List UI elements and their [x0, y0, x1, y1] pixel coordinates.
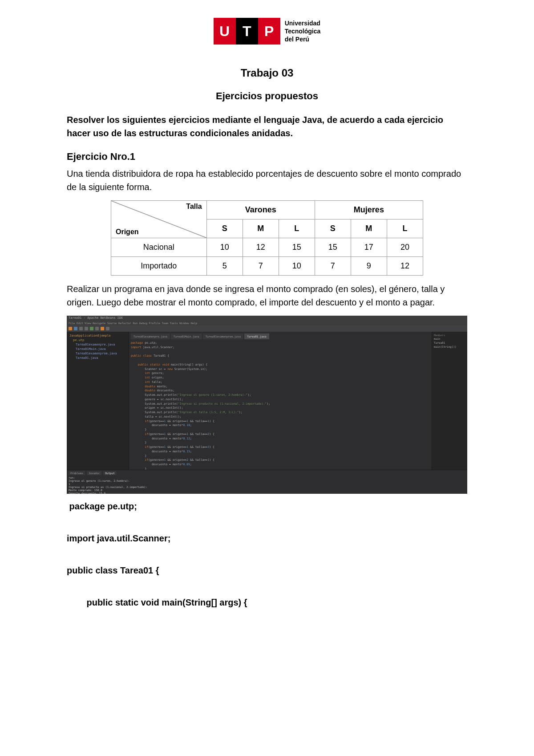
header-mujeres: Mujeres: [315, 201, 423, 219]
toolbar-icon[interactable]: [69, 327, 72, 330]
tree-file[interactable]: Tarea01Main.java: [69, 347, 127, 351]
logo-line2: Tecnológica: [285, 27, 321, 35]
tree-pkg[interactable]: pe.utp: [69, 338, 127, 342]
toolbar-icon[interactable]: [85, 327, 88, 330]
tree-root[interactable]: JavaApplicationEjemplo: [69, 333, 127, 338]
table-diagonal-header: Talla Origen: [111, 201, 207, 238]
logo-header: U T P Universidad Tecnológica del Perú: [67, 18, 467, 45]
ide-project-tree[interactable]: JavaApplicationEjemplo pe.utp Tarea01exa…: [67, 332, 129, 470]
logo-letter-u: U: [214, 18, 236, 45]
ide-output-panel[interactable]: Problems Javadoc Output run: Ingrese el …: [67, 470, 467, 494]
cell: 7: [315, 257, 351, 276]
toolbar-icon[interactable]: [101, 327, 104, 330]
code-line: public static void main(String[] args) {: [67, 597, 247, 607]
cell: 12: [243, 238, 279, 257]
ide-body: JavaApplicationEjemplo pe.utp Tarea01exa…: [67, 332, 467, 470]
exercise1-heading: Ejercicio Nro.1: [67, 151, 467, 163]
code-line: package pe.utp;: [67, 501, 137, 511]
code-line: import java.util.Scanner;: [67, 533, 170, 543]
ide-titlebar: Tarea01 - Apache NetBeans IDE: [67, 316, 467, 321]
header-v-m: M: [243, 219, 279, 238]
page-title: Trabajo 03: [67, 67, 467, 79]
page-subtitle: Ejercicios propuestos: [67, 90, 467, 102]
header-m-s: S: [315, 219, 351, 238]
table-row: Nacional 10 12 15 15 17 20: [111, 238, 423, 257]
logo-line3: del Perú: [285, 35, 321, 43]
exercise1-outro: Realizar un programa en java donde se in…: [67, 282, 467, 309]
output-content: run: Ingrese el genero (1:varon, 2:hembr…: [69, 476, 465, 494]
outline-item[interactable]: main(String[]): [434, 345, 465, 349]
cell: 17: [351, 238, 387, 257]
exercise1-intro: Una tienda distribuidora de ropa ha esta…: [67, 167, 467, 194]
output-tabs: Problems Javadoc Output: [69, 471, 465, 475]
editor-tab[interactable]: Tarea01Main.java: [171, 333, 202, 339]
editor-code[interactable]: package pe.utp; import java.util.Scanner…: [131, 341, 430, 470]
cell: 9: [351, 257, 387, 276]
toolbar-icon[interactable]: [106, 327, 109, 330]
code-snippet: package pe.utp; import java.util.Scanner…: [67, 498, 467, 610]
header-talla: Talla: [186, 203, 202, 211]
tree-file[interactable]: Tarea01examenpre.java: [69, 342, 127, 347]
toolbar-icon[interactable]: [95, 327, 99, 330]
header-v-s: S: [206, 219, 243, 238]
ide-editor[interactable]: Tarea01examenpre.java Tarea01Main.java T…: [129, 332, 432, 470]
ide-outline[interactable]: Members main Tarea01 main(String[]): [432, 332, 467, 470]
ide-screenshot: Tarea01 - Apache NetBeans IDE File Edit …: [67, 316, 467, 494]
toolbar-icon[interactable]: [79, 327, 83, 330]
ide-toolbar: [67, 325, 467, 332]
header-origen: Origen: [116, 228, 139, 236]
toolbar-icon[interactable]: [74, 327, 77, 330]
editor-tab[interactable]: Tarea01examenpre.java: [131, 333, 170, 339]
toolbar-run-icon[interactable]: [90, 327, 93, 330]
tree-file[interactable]: Tarea01examenprom.java: [69, 351, 127, 356]
row-label: Importado: [111, 257, 207, 276]
row-label: Nacional: [111, 238, 207, 257]
logo-text: Universidad Tecnológica del Perú: [285, 19, 321, 44]
logo-letter-t: T: [236, 18, 258, 45]
editor-tab-active[interactable]: Tarea01.java: [244, 333, 269, 339]
cell: 15: [315, 238, 351, 257]
ide-menubar: File Edit View Navigate Source Refactor …: [67, 321, 467, 325]
cell: 15: [279, 238, 315, 257]
output-tab[interactable]: Problems: [69, 471, 85, 475]
table-row: Importado 5 7 10 7 9 12: [111, 257, 423, 276]
header-m-l: L: [387, 219, 423, 238]
code-line: public class Tarea01 {: [67, 565, 159, 575]
outline-item[interactable]: main: [434, 337, 465, 341]
cell: 10: [206, 238, 243, 257]
cell: 20: [387, 238, 423, 257]
editor-tabs: Tarea01examenpre.java Tarea01Main.java T…: [131, 333, 430, 339]
header-m-m: M: [351, 219, 387, 238]
cell: 7: [243, 257, 279, 276]
instructions: Resolver los siguientes ejercicios media…: [67, 113, 467, 140]
header-v-l: L: [279, 219, 315, 238]
logo-line1: Universidad: [285, 19, 321, 27]
tree-file[interactable]: Tarea01.java: [69, 356, 127, 360]
header-varones: Varones: [206, 201, 315, 219]
logo-blocks: U T P: [214, 18, 280, 45]
output-tab-active[interactable]: Output: [103, 471, 117, 475]
cell: 5: [206, 257, 243, 276]
discount-table: Talla Origen Varones Mujeres S M L S M L…: [111, 200, 423, 276]
outline-header: Members: [434, 333, 465, 337]
outline-item[interactable]: Tarea01: [434, 341, 465, 345]
cell: 10: [279, 257, 315, 276]
cell: 12: [387, 257, 423, 276]
logo-letter-p: P: [258, 18, 280, 45]
output-tab[interactable]: Javadoc: [87, 471, 101, 475]
editor-tab[interactable]: Tarea01examenprom.java: [203, 333, 243, 339]
